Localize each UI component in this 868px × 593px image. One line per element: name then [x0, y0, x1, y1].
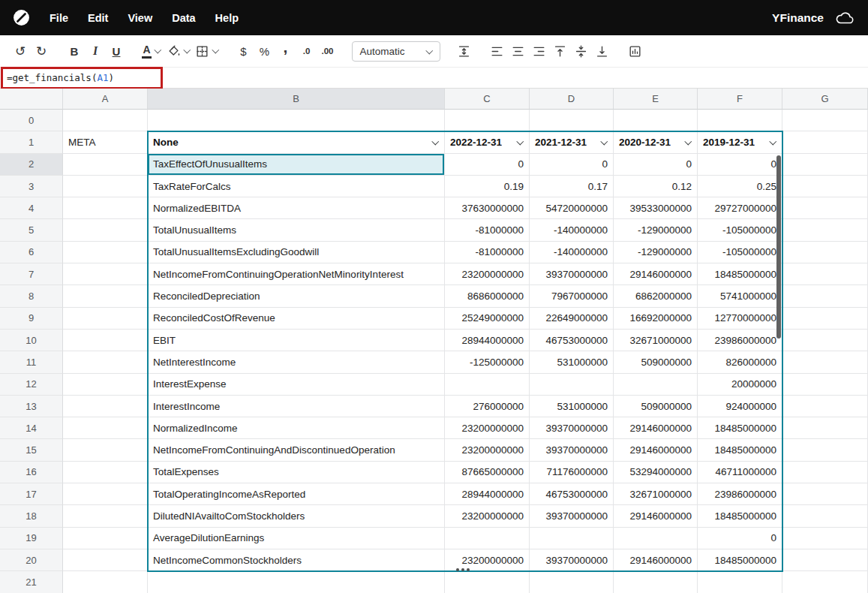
cell-G9[interactable] [782, 308, 868, 330]
cell-D4[interactable]: 54720000000 [530, 197, 614, 219]
formula-bar[interactable]: =get_financials(A1) [0, 67, 868, 89]
cell-G21[interactable] [782, 571, 868, 593]
cell-E15[interactable]: 29146000000 [614, 439, 698, 461]
cell-D12[interactable] [530, 374, 614, 396]
app-logo[interactable] [12, 8, 31, 27]
menu-edit[interactable]: Edit [78, 6, 118, 30]
cell-D6[interactable]: -140000000 [530, 242, 614, 263]
align-center-button[interactable] [508, 41, 529, 62]
cell-C10[interactable]: 28944000000 [445, 330, 530, 351]
cell-C16[interactable]: 87665000000 [445, 462, 530, 483]
cell-G16[interactable] [782, 462, 868, 483]
cell-C21[interactable] [445, 571, 530, 593]
cell-E4[interactable]: 39533000000 [614, 197, 698, 219]
cell-F11[interactable]: 826000000 [698, 351, 782, 373]
cell-F17[interactable]: 23986000000 [698, 483, 782, 505]
row-header-21[interactable]: 21 [0, 571, 63, 593]
cell-F5[interactable]: -105000000 [698, 219, 782, 241]
cell-E19[interactable] [614, 528, 698, 549]
cell-A2[interactable] [63, 154, 148, 176]
column-header-B[interactable]: B [148, 89, 445, 110]
column-dropdown-chevron-icon[interactable] [516, 138, 523, 145]
row-header-10[interactable]: 10 [0, 330, 63, 351]
cell-D16[interactable]: 71176000000 [530, 462, 614, 483]
cell-B16[interactable]: TotalExpenses [148, 462, 445, 483]
text-color-button[interactable]: A [139, 41, 164, 62]
cell-D9[interactable]: 22649000000 [530, 308, 614, 330]
cell-G1[interactable] [782, 131, 868, 153]
column-dropdown-chevron-icon[interactable] [769, 138, 776, 145]
cell-B13[interactable]: InterestIncome [148, 396, 445, 417]
table-scrollbar[interactable] [776, 155, 781, 339]
cell-E1[interactable]: 2020-12-31 [614, 131, 698, 153]
cell-C19[interactable] [445, 528, 530, 549]
cell-E13[interactable]: 509000000 [614, 396, 698, 417]
cell-A14[interactable] [63, 417, 148, 439]
row-header-13[interactable]: 13 [0, 396, 63, 417]
currency-format-button[interactable]: $ [233, 41, 254, 62]
cell-A11[interactable] [63, 351, 148, 373]
cell-F2[interactable]: 0 [698, 154, 782, 176]
cell-E18[interactable]: 29146000000 [614, 505, 698, 527]
cell-A0[interactable] [63, 110, 148, 131]
cell-A10[interactable] [63, 330, 148, 351]
menu-file[interactable]: File [40, 6, 78, 30]
cell-F0[interactable] [698, 110, 782, 131]
row-header-4[interactable]: 4 [0, 197, 63, 219]
cell-D10[interactable]: 46753000000 [530, 330, 614, 351]
percent-format-button[interactable]: % [254, 41, 275, 62]
cell-B20[interactable]: NetIncomeCommonStockholders [148, 549, 445, 571]
underline-button[interactable]: U [106, 41, 127, 62]
cell-A4[interactable] [63, 197, 148, 219]
cell-E9[interactable]: 16692000000 [614, 308, 698, 330]
row-header-20[interactable]: 20 [0, 549, 63, 571]
cell-B5[interactable]: TotalUnusualItems [148, 219, 445, 241]
cell-C18[interactable]: 23200000000 [445, 505, 530, 527]
cell-F3[interactable]: 0.25 [698, 176, 782, 197]
cell-D15[interactable]: 39370000000 [530, 439, 614, 461]
cell-A5[interactable] [63, 219, 148, 241]
cell-A20[interactable] [63, 549, 148, 571]
cell-A6[interactable] [63, 242, 148, 263]
cell-F16[interactable]: 46711000000 [698, 462, 782, 483]
cell-C5[interactable]: -81000000 [445, 219, 530, 241]
cell-G15[interactable] [782, 439, 868, 461]
column-dropdown-chevron-icon[interactable] [431, 138, 438, 145]
cell-C12[interactable] [445, 374, 530, 396]
column-header-D[interactable]: D [530, 89, 614, 110]
cell-A1[interactable]: META [63, 131, 148, 153]
cell-A18[interactable] [63, 505, 148, 527]
row-header-18[interactable]: 18 [0, 505, 63, 527]
cell-G17[interactable] [782, 483, 868, 505]
cell-G13[interactable] [782, 396, 868, 417]
column-header-F[interactable]: F [698, 89, 782, 110]
cell-G3[interactable] [782, 176, 868, 197]
cell-A15[interactable] [63, 439, 148, 461]
cell-E2[interactable]: 0 [614, 154, 698, 176]
cell-D13[interactable]: 531000000 [530, 396, 614, 417]
cell-B2[interactable]: TaxEffectOfUnusualItems [148, 154, 445, 176]
row-header-9[interactable]: 9 [0, 308, 63, 330]
cell-C17[interactable]: 28944000000 [445, 483, 530, 505]
cell-D2[interactable]: 0 [530, 154, 614, 176]
cell-G18[interactable] [782, 505, 868, 527]
cell-C1[interactable]: 2022-12-31 [445, 131, 530, 153]
column-header-A[interactable]: A [63, 89, 148, 110]
cell-D1[interactable]: 2021-12-31 [530, 131, 614, 153]
cell-D21[interactable] [530, 571, 614, 593]
column-dropdown-chevron-icon[interactable] [600, 138, 607, 145]
cell-D0[interactable] [530, 110, 614, 131]
cell-C8[interactable]: 8686000000 [445, 285, 530, 307]
cell-C0[interactable] [445, 110, 530, 131]
italic-button[interactable]: I [85, 41, 106, 62]
borders-button[interactable] [192, 41, 221, 62]
row-header-8[interactable]: 8 [0, 285, 63, 307]
redo-button[interactable]: ↻ [31, 41, 52, 62]
cell-A21[interactable] [63, 571, 148, 593]
cell-B1[interactable]: None [148, 131, 445, 153]
cell-A3[interactable] [63, 176, 148, 197]
cell-D14[interactable]: 39370000000 [530, 417, 614, 439]
cell-G11[interactable] [782, 351, 868, 373]
cell-E17[interactable]: 32671000000 [614, 483, 698, 505]
cell-A19[interactable] [63, 528, 148, 549]
